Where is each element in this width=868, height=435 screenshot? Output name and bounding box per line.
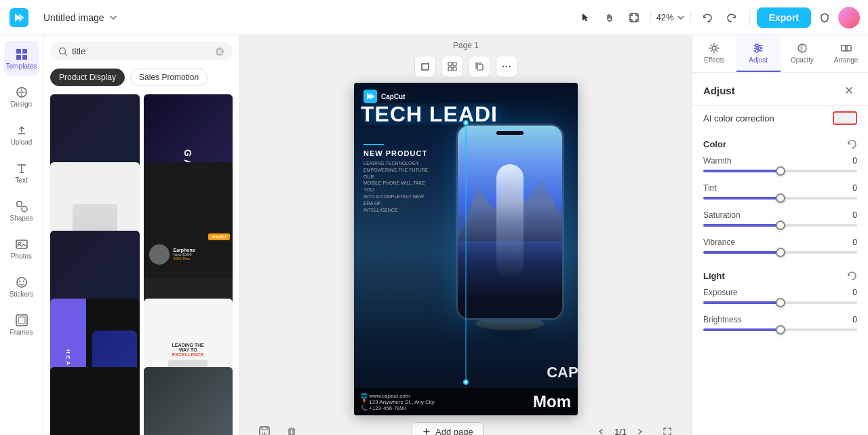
templates-icon	[15, 48, 28, 61]
warmth-slider[interactable]	[703, 170, 857, 172]
exposure-slider[interactable]	[703, 301, 857, 304]
pointer-tool[interactable]	[574, 7, 596, 29]
ai-color-correction-row: AI color correction	[692, 106, 868, 130]
add-icon	[422, 427, 431, 435]
export-button[interactable]: Export	[757, 7, 811, 28]
chevron-down-icon	[108, 13, 118, 22]
photos-icon	[15, 238, 28, 251]
avatar[interactable]	[838, 7, 860, 29]
canvas[interactable]: CapCut TECH LEADI NEW PRODUCT LEADING TE…	[354, 83, 578, 415]
reset-icon[interactable]	[846, 138, 857, 149]
redo-button[interactable]	[721, 7, 743, 29]
grid-button[interactable]	[441, 56, 463, 77]
sidebar-item-text[interactable]: Text	[4, 155, 39, 190]
sidebar-item-label: Design	[11, 100, 32, 108]
svg-rect-9	[16, 240, 27, 248]
warmth-slider-row: Warmth 0	[692, 153, 868, 181]
brightness-slider-row: Brightness 0	[692, 312, 868, 339]
saturation-slider[interactable]	[703, 224, 857, 227]
tab-arrange[interactable]: Arrange	[824, 35, 868, 72]
app: Untitled image 42%	[0, 0, 868, 435]
sidebar-item-label: Photos	[11, 252, 32, 260]
template-card[interactable]: CRAFTING	[144, 367, 233, 435]
search-input-wrap[interactable]	[50, 42, 233, 60]
more-button[interactable]	[496, 56, 517, 77]
ai-label: AI color correction	[703, 113, 774, 124]
hand-tool[interactable]	[599, 7, 620, 29]
add-page-button[interactable]: Add page	[412, 422, 484, 436]
svg-rect-4	[16, 55, 21, 60]
adjust-header: Adjust	[692, 73, 868, 106]
adjust-icon	[752, 42, 764, 54]
close-icon	[844, 86, 854, 95]
svg-point-30	[758, 47, 761, 50]
svg-rect-19	[453, 62, 456, 66]
adjust-title: Adjust	[703, 85, 735, 96]
sidebar-item-photos[interactable]: Photos	[4, 231, 39, 266]
svg-point-31	[755, 50, 758, 52]
svg-rect-14	[16, 315, 27, 326]
svg-rect-21	[453, 67, 456, 71]
search-input[interactable]	[72, 46, 211, 56]
ai-toggle[interactable]	[833, 111, 857, 125]
sidebar-item-label: Frames	[10, 328, 33, 336]
document-title[interactable]: Untitled image	[43, 12, 118, 23]
svg-rect-18	[448, 62, 452, 66]
opacity-icon	[796, 42, 808, 54]
canvas-wrap: CapCut TECH LEADI NEW PRODUCT LEADING TE…	[240, 83, 692, 415]
svg-rect-1	[630, 14, 638, 22]
sidebar-item-templates[interactable]: Templates	[4, 41, 39, 76]
sidebar-item-label: Text	[15, 176, 27, 184]
delete-button[interactable]	[281, 421, 302, 435]
templates-panel: Product Display Sales Promotion JOIN THE…	[43, 35, 240, 435]
sidebar-item-upload[interactable]: Upload	[4, 117, 39, 152]
svg-rect-34	[846, 45, 851, 51]
frames-icon	[15, 314, 28, 327]
reset-light-icon[interactable]	[846, 270, 857, 281]
svg-point-23	[502, 66, 504, 67]
page-navigation: 1/1	[593, 421, 678, 435]
undo-button[interactable]	[696, 7, 718, 29]
vibrance-slider-row: Vibrance 0	[692, 235, 868, 262]
svg-rect-2	[16, 49, 21, 54]
template-grid: JOIN THEFLAVORREVOLUTION GAMER SmartRefr…	[43, 90, 239, 435]
next-page-button[interactable]	[632, 423, 648, 435]
copy-button[interactable]	[469, 56, 490, 77]
right-panel: Effects Adjust	[692, 35, 868, 435]
tab-adjust[interactable]: Adjust	[736, 35, 781, 72]
sidebar-item-label: Stickers	[9, 290, 34, 298]
tint-slider-row: Tint 0	[692, 181, 868, 208]
topbar-tools: 42% Export	[574, 7, 860, 29]
template-card[interactable]: DREAMS	[50, 367, 140, 435]
crop-button[interactable]	[414, 56, 436, 77]
tab-opacity[interactable]: Opacity	[781, 35, 825, 72]
zoom-control[interactable]: 42%	[650, 12, 691, 22]
search-bar	[43, 35, 239, 64]
fullscreen-button[interactable]	[656, 421, 678, 435]
brightness-slider[interactable]	[703, 328, 857, 331]
filter-tab-sales-promotion[interactable]: Sales Promotion	[130, 69, 208, 86]
search-icon	[58, 47, 68, 56]
clear-icon[interactable]	[215, 47, 224, 56]
svg-point-29	[755, 44, 758, 47]
shield-icon	[814, 7, 835, 29]
sidebar-item-stickers[interactable]: Stickers	[4, 269, 39, 304]
tab-effects[interactable]: Effects	[692, 35, 736, 72]
filter-tab-product-display[interactable]: Product Display	[50, 69, 125, 86]
main-area: Templates Design Upload	[0, 35, 868, 435]
svg-rect-5	[22, 55, 27, 60]
sidebar-item-shapes[interactable]: Shapes	[4, 193, 39, 228]
vibrance-slider[interactable]	[703, 251, 857, 254]
save-frame-button[interactable]	[254, 421, 275, 435]
prev-page-button[interactable]	[593, 423, 609, 435]
color-section-label: Color	[692, 130, 868, 153]
sidebar-item-frames[interactable]: Frames	[4, 307, 39, 342]
sidebar-item-design[interactable]: Design	[4, 79, 39, 114]
frame-tool[interactable]	[623, 7, 645, 29]
svg-rect-15	[18, 317, 25, 324]
tint-slider[interactable]	[703, 197, 857, 200]
topbar: Untitled image 42%	[0, 0, 868, 35]
canvas-bottom-bar: Add page 1/1	[240, 415, 692, 435]
filter-tabs: Product Display Sales Promotion	[43, 64, 239, 90]
close-button[interactable]	[841, 82, 857, 98]
